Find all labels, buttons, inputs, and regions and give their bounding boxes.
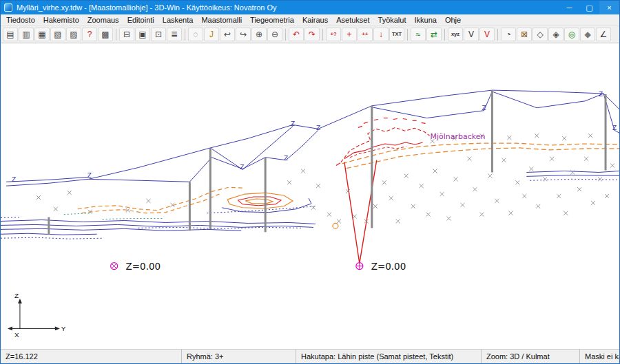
raster-icon[interactable]: ≣ bbox=[167, 28, 182, 41]
file-list-icon-glyph: ▩ bbox=[101, 30, 109, 39]
file-query-icon-glyph: ? bbox=[87, 30, 92, 39]
status-group: Ryhmä: 3+ bbox=[182, 350, 296, 363]
swap-colors-icon[interactable]: ⇄ bbox=[426, 28, 442, 41]
profile-drawing[interactable]: ZZZZZZZZZZ=0.00Z=0.00MjölnarbackenZYX bbox=[1, 43, 619, 349]
write-file-icon-glyph: ▥ bbox=[22, 30, 30, 39]
read-file-icon[interactable]: ▤ bbox=[3, 28, 18, 41]
menu-editointi[interactable]: Editointi bbox=[123, 15, 158, 25]
toolbar-separator bbox=[116, 29, 116, 41]
box-3d-icon[interactable]: ◈ bbox=[548, 28, 564, 41]
toolbar-separator bbox=[497, 29, 498, 41]
text-tool-icon-glyph: TXT bbox=[392, 32, 402, 37]
add-point-icon[interactable]: + bbox=[342, 28, 357, 41]
file-list-icon[interactable]: ▩ bbox=[98, 28, 113, 41]
svg-text:Z: Z bbox=[87, 172, 92, 179]
menu-zoomaus[interactable]: Zoomaus bbox=[83, 15, 123, 25]
minimize-button[interactable]: ─ bbox=[559, 1, 579, 14]
swap-colors-icon-glyph: ⇄ bbox=[431, 30, 437, 39]
svg-text:Z: Z bbox=[291, 120, 295, 127]
undo-icon[interactable]: ↶ bbox=[289, 28, 304, 41]
status-mask: Maski ei kä bbox=[580, 350, 619, 363]
zoom-next-icon[interactable]: ↪ bbox=[236, 28, 251, 41]
copy-file-icon-glyph: ▦ bbox=[38, 30, 45, 39]
angle-tool-icon-glyph: ∠ bbox=[600, 30, 608, 39]
zoom-in-icon[interactable]: ⊕ bbox=[251, 28, 267, 41]
read-file-icon-glyph: ▤ bbox=[6, 30, 14, 39]
tools-icon[interactable]: ⊠ bbox=[517, 28, 532, 41]
print-icon[interactable]: ⊟ bbox=[119, 28, 134, 41]
status-search-mode: Hakutapa: Lähin piste (Samat pisteet, Te… bbox=[296, 350, 482, 363]
zoom-out-icon[interactable]: ⊖ bbox=[267, 28, 282, 41]
protractor-icon[interactable]: ◔ bbox=[501, 28, 516, 41]
app-icon bbox=[4, 3, 12, 12]
svg-text:Z: Z bbox=[599, 91, 603, 98]
svg-text:Z: Z bbox=[316, 125, 320, 131]
svg-text:Z=0.00: Z=0.00 bbox=[371, 261, 406, 272]
element-copy-icon-glyph: ▧ bbox=[54, 30, 61, 39]
menu-ty-kalut[interactable]: Työkalut bbox=[374, 15, 411, 25]
menu-ikkuna[interactable]: Ikkuna bbox=[410, 15, 440, 25]
height-check-icon[interactable]: V bbox=[464, 28, 479, 41]
svg-text:Z: Z bbox=[240, 164, 244, 171]
gem-icon-glyph: ◇ bbox=[537, 30, 543, 39]
zoom-prev-icon-glyph: ↩ bbox=[224, 30, 231, 39]
drawing-canvas[interactable]: ZZZZZZZZZZ=0.00Z=0.00MjölnarbackenZYX bbox=[1, 43, 619, 349]
angle-tool-icon[interactable]: ∠ bbox=[596, 28, 611, 41]
file-query-icon[interactable]: ? bbox=[82, 28, 97, 41]
xyz-coordinates-icon[interactable]: xyz bbox=[448, 28, 463, 41]
survey-icon[interactable]: ◆ bbox=[580, 28, 595, 41]
menu-ohje[interactable]: Ohje bbox=[441, 15, 465, 25]
zoom-window-icon[interactable]: J bbox=[204, 28, 219, 41]
toolbar-separator bbox=[407, 29, 408, 41]
point-query-icon[interactable]: +? bbox=[326, 28, 341, 41]
image-export-icon-glyph: ▣ bbox=[138, 30, 146, 39]
redo-icon[interactable]: ↷ bbox=[304, 28, 320, 41]
box-3d-icon-glyph: ◈ bbox=[552, 30, 559, 39]
svg-text:Z: Z bbox=[482, 105, 486, 111]
survey-icon-glyph: ◆ bbox=[584, 30, 590, 39]
zoom-all-icon[interactable]: ◌ bbox=[188, 28, 203, 41]
gem-icon[interactable]: ◇ bbox=[533, 28, 548, 41]
add-points-icon[interactable]: ++ bbox=[358, 28, 373, 41]
toolbar-separator bbox=[285, 29, 286, 41]
toolbar-separator bbox=[444, 29, 445, 41]
menu-tiedosto[interactable]: Tiedosto bbox=[2, 15, 39, 25]
close-button[interactable]: × bbox=[599, 1, 619, 14]
print-icon-glyph: ⊟ bbox=[123, 30, 130, 39]
write-file-icon[interactable]: ▥ bbox=[19, 28, 34, 41]
svg-text:Z: Z bbox=[12, 176, 16, 183]
spheres-icon[interactable]: ◎ bbox=[564, 28, 579, 41]
window-title: Mylläri_virhe.xy.tdw - [Maastomalliohje]… bbox=[17, 3, 277, 12]
svg-text:Y: Y bbox=[61, 325, 66, 332]
svg-text:Z=0.00: Z=0.00 bbox=[126, 261, 161, 272]
image-export-icon[interactable]: ▣ bbox=[135, 28, 150, 41]
copy-file-icon[interactable]: ▦ bbox=[34, 28, 50, 41]
status-zoom: Zoom: 3D / Kulmat bbox=[482, 350, 580, 363]
profile-tool-icon-glyph: ≈ bbox=[416, 30, 421, 39]
height-diff-icon[interactable]: V bbox=[479, 28, 495, 41]
svg-text:X: X bbox=[14, 331, 19, 339]
menu-maastomalli[interactable]: Maastomalli bbox=[197, 15, 246, 25]
text-tool-icon[interactable]: TXT bbox=[389, 28, 404, 41]
svg-text:Z: Z bbox=[284, 155, 288, 162]
menu-hakemisto[interactable]: Hakemisto bbox=[39, 15, 83, 25]
menu-kairaus[interactable]: Kairaus bbox=[298, 15, 332, 25]
element-move-icon[interactable]: ▨ bbox=[66, 28, 81, 41]
view-save-icon[interactable]: ⊡ bbox=[151, 28, 166, 41]
height-check-icon-glyph: V bbox=[468, 30, 474, 39]
maximize-button[interactable]: ▢ bbox=[579, 1, 599, 14]
status-z: Z=16.122 bbox=[1, 350, 182, 363]
menu-asetukset[interactable]: Asetukset bbox=[332, 15, 373, 25]
toolbar-separator bbox=[322, 29, 323, 41]
redo-icon-glyph: ↷ bbox=[309, 30, 316, 39]
menu-tiegeometria[interactable]: Tiegeometria bbox=[246, 15, 298, 25]
point-drop-icon[interactable]: ↓ bbox=[373, 28, 389, 41]
view-save-icon-glyph: ⊡ bbox=[155, 30, 162, 39]
xyz-coordinates-icon-glyph: xyz bbox=[451, 32, 459, 37]
zoom-prev-icon[interactable]: ↩ bbox=[220, 28, 235, 41]
menu-laskenta[interactable]: Laskenta bbox=[158, 15, 198, 25]
zoom-next-icon-glyph: ↪ bbox=[240, 30, 247, 39]
element-copy-icon[interactable]: ▧ bbox=[50, 28, 65, 41]
profile-tool-icon[interactable]: ≈ bbox=[411, 28, 426, 41]
point-query-icon-glyph: +? bbox=[331, 32, 337, 37]
